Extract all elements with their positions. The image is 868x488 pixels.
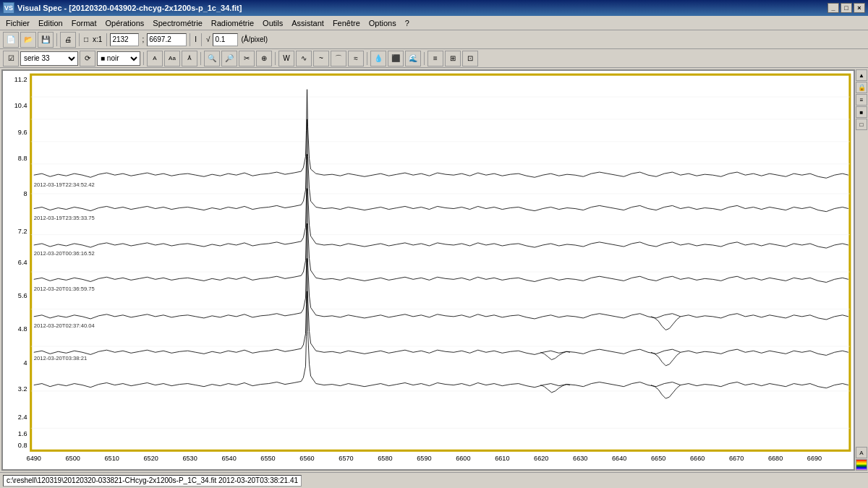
svg-text:6560: 6560: [299, 455, 314, 462]
svg-text:2012-03-20T00:36:16.52: 2012-03-20T00:36:16.52: [34, 250, 95, 257]
right-sidebar: ▲ 🔒 ≡ ■ □ A: [855, 68, 868, 472]
tool9[interactable]: ∿: [296, 51, 312, 67]
check-btn[interactable]: ☑: [3, 51, 19, 67]
tool6[interactable]: ✂: [239, 51, 255, 67]
unit-label: (Å/pixel): [239, 35, 269, 43]
menu-fenetre[interactable]: Fenêtre: [328, 17, 365, 30]
svg-text:6680: 6680: [768, 455, 783, 462]
tool5[interactable]: 🔎: [221, 51, 237, 67]
svg-text:6.4: 6.4: [18, 259, 27, 266]
menu-spectrometrie[interactable]: Spectrométrie: [148, 17, 206, 30]
svg-text:6600: 6600: [456, 455, 470, 462]
separator3: [106, 33, 107, 46]
title-bar-controls[interactable]: _ □ ×: [827, 3, 865, 13]
menu-operations[interactable]: Opérations: [101, 17, 149, 30]
svg-text:5.6: 5.6: [18, 292, 27, 299]
print-btn[interactable]: 🖨: [60, 32, 76, 48]
lines-btn[interactable]: ≡: [856, 94, 867, 106]
separator7: [200, 52, 201, 65]
separator8: [275, 52, 276, 65]
svg-text:4: 4: [24, 359, 27, 367]
color-select[interactable]: ■ noir: [97, 51, 140, 66]
chart-container[interactable]: 11.2 10.4 9.6 8.8 8 7.2 6.4 5.6 4.8 4 3.…: [1, 69, 855, 471]
svg-text:6500: 6500: [66, 455, 80, 462]
main-area: 11.2 10.4 9.6 8.8 8 7.2 6.4 5.6 4.8 4 3.…: [0, 68, 868, 472]
menu-format[interactable]: Format: [67, 17, 101, 30]
svg-text:6660: 6660: [690, 455, 705, 462]
tool4[interactable]: 🔍: [204, 51, 220, 67]
menu-outils[interactable]: Outils: [258, 17, 287, 30]
serie-select[interactable]: serie 33: [20, 51, 78, 66]
new-btn[interactable]: 📄: [3, 32, 19, 48]
tool14[interactable]: ⬛: [388, 51, 404, 67]
tool10[interactable]: ~: [313, 51, 329, 67]
tool16[interactable]: ≡: [427, 51, 443, 67]
coord-y-input[interactable]: [147, 33, 187, 46]
coord-x-input[interactable]: [110, 33, 139, 46]
svg-text:2012-03-20T02:37:40.04: 2012-03-20T02:37:40.04: [34, 322, 95, 329]
app-icon-text: VS: [4, 4, 13, 12]
lock-btn[interactable]: 🔒: [856, 82, 867, 93]
tool3[interactable]: Å: [182, 51, 197, 67]
open-btn[interactable]: 📂: [20, 32, 36, 48]
minimize-button[interactable]: _: [827, 3, 839, 13]
empty-btn[interactable]: □: [856, 119, 867, 130]
menu-fichier[interactable]: Fichier: [1, 17, 34, 30]
restore-button[interactable]: □: [841, 3, 852, 13]
step-label: I: [193, 35, 198, 43]
tool18[interactable]: ⊡: [462, 51, 478, 67]
svg-text:6510: 6510: [105, 455, 119, 462]
svg-text:2.4: 2.4: [18, 414, 27, 421]
tool7[interactable]: ⊕: [256, 51, 272, 67]
tool15[interactable]: 🌊: [405, 51, 421, 67]
svg-text:6550: 6550: [260, 455, 275, 462]
close-button[interactable]: ×: [854, 3, 865, 13]
separator6: [143, 52, 144, 65]
svg-text:0.8: 0.8: [18, 442, 27, 449]
svg-text:1.6: 1.6: [18, 430, 27, 437]
svg-text:11.2: 11.2: [14, 76, 27, 83]
svg-text:6540: 6540: [221, 455, 236, 462]
svg-text:9.6: 9.6: [18, 128, 27, 135]
svg-text:6670: 6670: [729, 455, 744, 462]
sqrt-value-input[interactable]: [213, 33, 238, 46]
svg-text:2012-03-20T03:38:21: 2012-03-20T03:38:21: [34, 355, 87, 361]
zoom-label: □: [82, 35, 90, 43]
svg-text:4.8: 4.8: [18, 325, 27, 333]
app-icon: VS: [3, 2, 14, 14]
color-btn[interactable]: [856, 459, 867, 471]
tool8[interactable]: W: [278, 51, 294, 67]
tool12[interactable]: ≈: [348, 51, 364, 67]
tool11[interactable]: ⌒: [331, 51, 346, 67]
separator2: [79, 33, 80, 46]
toolbar2: ☑ serie 33 ⟳ ■ noir A Aa Å 🔍 🔎 ✂ ⊕ W ∿ ~…: [0, 49, 868, 68]
tool13[interactable]: 💧: [370, 51, 386, 67]
tool2[interactable]: Aa: [164, 51, 180, 67]
svg-text:8.8: 8.8: [18, 155, 27, 162]
scroll-up-btn[interactable]: ▲: [856, 69, 867, 81]
svg-text:6580: 6580: [378, 455, 392, 462]
svg-text:6570: 6570: [339, 455, 353, 462]
fill-btn[interactable]: ■: [856, 106, 867, 118]
status-path: c:\reshell\120319\20120320-033821-CHcyg-…: [3, 475, 302, 487]
menu-assistant[interactable]: Assistant: [287, 17, 328, 30]
menu-edition[interactable]: Edition: [34, 17, 67, 30]
menu-help[interactable]: ?: [401, 17, 414, 30]
title-bar: VS Visual Spec - [20120320-043902-chcyg-…: [0, 0, 868, 16]
svg-text:6490: 6490: [27, 455, 41, 462]
svg-text:6630: 6630: [573, 455, 587, 462]
svg-text:6530: 6530: [182, 455, 197, 462]
svg-text:6590: 6590: [417, 455, 431, 462]
title-bar-left: VS Visual Spec - [20120320-043902-chcyg-…: [3, 2, 242, 14]
spectrum-chart: 11.2 10.4 9.6 8.8 8 7.2 6.4 5.6 4.8 4 3.…: [3, 71, 854, 469]
menu-radiometrie[interactable]: Radiométrie: [207, 17, 258, 30]
save-btn[interactable]: 💾: [38, 32, 54, 48]
tool17[interactable]: ⊞: [445, 51, 461, 67]
status-bar: c:\reshell\120319\20120320-033821-CHcyg-…: [0, 472, 868, 488]
separator9: [367, 52, 367, 65]
refresh-btn[interactable]: ⟳: [80, 51, 95, 67]
tool1[interactable]: A: [147, 51, 163, 67]
text-btn[interactable]: A: [856, 447, 867, 458]
svg-text:6620: 6620: [534, 455, 548, 462]
menu-options[interactable]: Options: [365, 17, 401, 30]
